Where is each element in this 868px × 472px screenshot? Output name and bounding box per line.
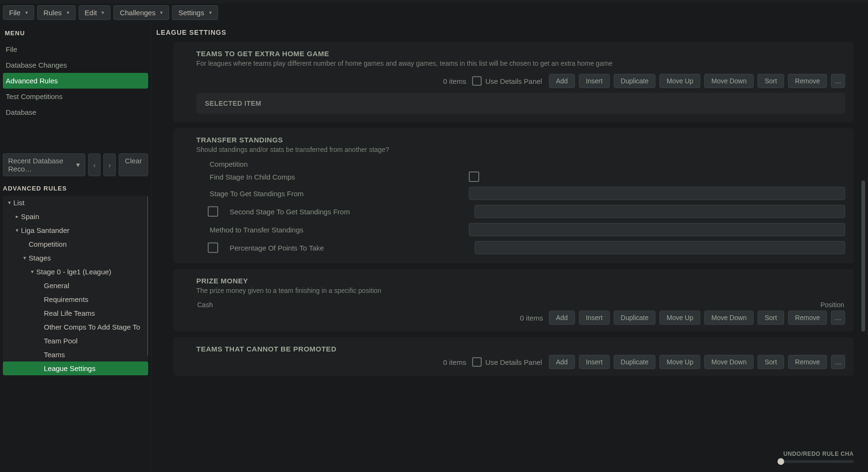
chevron-down-icon: ▾ [67, 10, 70, 16]
section-prize-money: PRIZE MONEY The prize money given to a t… [173, 269, 854, 331]
chevron-down-icon: ▾ [209, 10, 212, 16]
competition-label: Competition [196, 160, 845, 168]
more-button[interactable]: … [831, 74, 845, 88]
tree-node[interactable]: Teams [3, 348, 148, 362]
tree-label: General [44, 281, 69, 290]
sort-button[interactable]: Sort [757, 311, 784, 325]
field-select[interactable] [474, 205, 845, 218]
menu-settings[interactable]: Settings▾ [172, 5, 218, 20]
field-label: Method to Transfer Standings [196, 226, 463, 234]
menu-label: Challenges [120, 9, 155, 17]
chevron-down-icon: ▾ [101, 10, 104, 16]
field-select[interactable] [469, 223, 845, 236]
add-button[interactable]: Add [549, 74, 575, 88]
tree-node[interactable]: Other Comps To Add Stage To [3, 320, 148, 334]
advanced-rules-heading: ADVANCED RULES [3, 183, 148, 196]
move-up-button[interactable]: Move Up [659, 311, 700, 325]
recent-prev-button[interactable]: ‹ [88, 153, 101, 176]
use-details-panel-checkbox[interactable]: Use Details Panel [472, 357, 542, 367]
undo-redo-slider[interactable] [777, 460, 854, 463]
field-label: Percentage Of Points To Take [230, 244, 469, 252]
checkbox-icon [472, 357, 482, 367]
menu-edit[interactable]: Edit▾ [79, 5, 111, 20]
sidebar: MENU FileDatabase ChangesAdvanced RulesT… [0, 22, 151, 468]
tree-scrollbar[interactable] [146, 196, 148, 463]
move-down-button[interactable]: Move Down [704, 355, 754, 369]
section-heading: PRIZE MONEY [196, 277, 845, 285]
tree-node[interactable]: ▾Liga Santander [3, 223, 148, 237]
expand-icon[interactable]: ▾ [21, 255, 29, 261]
field-enable-checkbox[interactable] [208, 242, 218, 253]
menubar: File▾Rules▾Edit▾Challenges▾Settings▾ [0, 3, 868, 22]
field-select[interactable] [474, 241, 845, 254]
add-button[interactable]: Add [549, 311, 575, 325]
expand-icon[interactable]: ▾ [29, 269, 36, 275]
items-count: 0 items [443, 77, 466, 85]
tree-label: Spain [21, 212, 39, 221]
sidebar-item-database[interactable]: Database [3, 104, 148, 120]
remove-button[interactable]: Remove [788, 355, 827, 369]
sort-button[interactable]: Sort [757, 355, 784, 369]
tree-label: Teams [44, 351, 65, 359]
tree-node[interactable]: Requirements [3, 292, 148, 306]
recent-next-button[interactable]: › [103, 153, 116, 176]
clear-button[interactable]: Clear [119, 153, 148, 176]
checkbox-icon [472, 76, 482, 86]
tree-label: League Settings [44, 364, 95, 372]
more-button[interactable]: … [831, 355, 845, 369]
field-label: Stage To Get Standings From [196, 190, 463, 198]
tree-node[interactable]: ▸Spain [3, 210, 148, 223]
section-cannot-promote: TEAMS THAT CANNOT BE PROMOTED 0 itemsUse… [173, 337, 854, 376]
tree-label: Other Comps To Add Stage To [44, 323, 140, 331]
expand-icon[interactable]: ▾ [13, 227, 21, 233]
menu-challenges[interactable]: Challenges▾ [113, 5, 169, 20]
tree-node[interactable]: ▾Stages [3, 251, 148, 265]
move-down-button[interactable]: Move Down [704, 311, 754, 325]
field-label: Second Stage To Get Standings From [230, 208, 469, 216]
sidebar-item-test-competitions[interactable]: Test Competitions [3, 89, 148, 104]
add-button[interactable]: Add [549, 355, 575, 369]
expand-icon[interactable]: ▾ [6, 200, 13, 206]
duplicate-button[interactable]: Duplicate [614, 74, 656, 88]
section-heading: TEAMS TO GET EXTRA HOME GAME [196, 50, 845, 58]
field-enable-checkbox[interactable] [208, 206, 218, 217]
move-down-button[interactable]: Move Down [704, 74, 754, 88]
insert-button[interactable]: Insert [579, 74, 610, 88]
tree-node[interactable]: Team Pool [3, 334, 148, 348]
tree-node[interactable]: ▾List [3, 196, 148, 210]
move-up-button[interactable]: Move Up [659, 355, 700, 369]
tree-node[interactable]: ▾Stage 0 - lge1 (League) [3, 265, 148, 279]
expand-icon[interactable]: ▸ [13, 213, 21, 220]
sidebar-item-advanced-rules[interactable]: Advanced Rules [3, 73, 148, 89]
menu-rules[interactable]: Rules▾ [37, 5, 75, 20]
move-up-button[interactable]: Move Up [659, 74, 700, 88]
remove-button[interactable]: Remove [788, 311, 827, 325]
insert-button[interactable]: Insert [579, 355, 610, 369]
sidebar-item-file[interactable]: File [3, 41, 148, 57]
chevron-down-icon: ▾ [160, 10, 163, 16]
tree-node[interactable]: General [3, 279, 148, 292]
duplicate-button[interactable]: Duplicate [614, 355, 656, 369]
remove-button[interactable]: Remove [788, 74, 827, 88]
menu-file[interactable]: File▾ [3, 5, 34, 20]
tree-node[interactable]: League Settings [3, 362, 148, 375]
recent-database-select[interactable]: Recent Database Reco… ▾ [3, 153, 85, 176]
chevron-down-icon: ▾ [76, 161, 80, 169]
duplicate-button[interactable]: Duplicate [614, 311, 656, 325]
tree-label: Requirements [44, 295, 88, 303]
main-scrollbar[interactable] [860, 41, 865, 439]
field-select[interactable] [469, 187, 845, 200]
insert-button[interactable]: Insert [579, 311, 610, 325]
field-row: Second Stage To Get Standings From [196, 202, 845, 221]
sidebar-item-database-changes[interactable]: Database Changes [3, 57, 148, 73]
checkbox-label: Use Details Panel [485, 358, 542, 366]
tree-label: Team Pool [44, 337, 78, 345]
field-checkbox[interactable] [469, 171, 479, 182]
use-details-panel-checkbox[interactable]: Use Details Panel [472, 76, 542, 86]
more-button[interactable]: … [831, 311, 845, 325]
tree-node[interactable]: Competition [3, 237, 148, 251]
tree-node[interactable]: Real Life Teams [3, 306, 148, 320]
chevron-down-icon: ▾ [25, 10, 28, 16]
menu-label: Rules [43, 9, 61, 17]
sort-button[interactable]: Sort [757, 74, 784, 88]
